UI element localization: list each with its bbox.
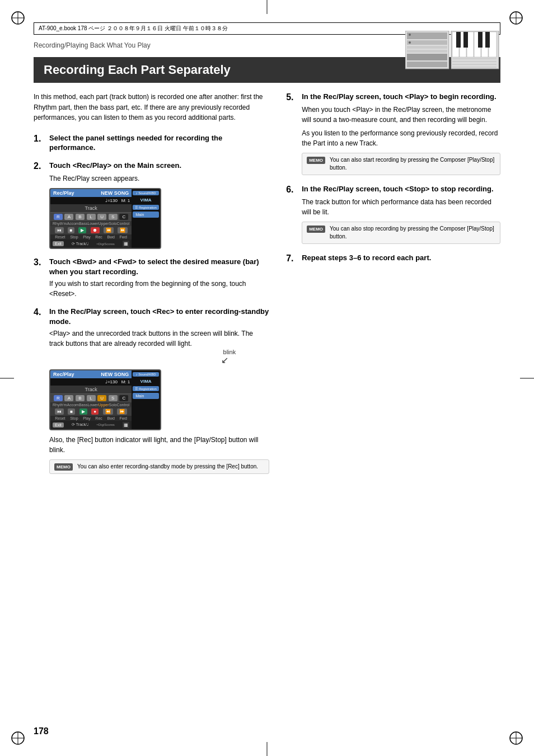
svg-rect-13 — [407, 32, 447, 39]
side-registration-1[interactable]: ☰ Registration — [133, 205, 159, 210]
screen-icon-1: ▦ — [123, 241, 129, 247]
step-6-body: The track button for which performance d… — [302, 197, 500, 217]
btn-c-1[interactable]: C — [119, 214, 128, 220]
side-vima-1[interactable]: VIMA — [133, 197, 159, 203]
memo-2: MEMO You can also stop recording by pres… — [302, 222, 500, 244]
btn-s-1[interactable]: S — [109, 214, 118, 220]
ctrl-play-2[interactable]: ▶ — [79, 408, 87, 415]
lbl-upper-1: Upper — [99, 222, 109, 226]
side-soundkbd-1[interactable]: ♪ Sound/KBD — [133, 191, 159, 195]
svg-rect-14 — [407, 40, 447, 45]
screen-tempo-2: ♩=130 M: 1 — [50, 378, 132, 386]
ctrl-reset-1[interactable]: ⏮ — [55, 227, 64, 233]
step-4-body: <Play> and the unrecorded track buttons … — [49, 328, 269, 349]
trim-left — [0, 378, 14, 378]
btn-b-1[interactable]: B — [76, 214, 85, 220]
screen-icon-2: ▦ — [123, 422, 129, 428]
ctrl-reset-2[interactable]: ⏮ — [55, 408, 64, 415]
btn-s-2[interactable]: S — [109, 395, 118, 401]
screen-label-row-1: Rhyth'm Accom Bass Lower Upper Solo Cont… — [50, 221, 132, 226]
btn-exit-1[interactable]: Exit — [53, 241, 64, 246]
lbl-stop-2: Stop — [70, 416, 78, 420]
step-3-title: Touch <Bwd> and <Fwd> to select the desi… — [49, 257, 269, 276]
ctrl-fwd-2[interactable]: ⏩ — [117, 408, 127, 415]
step-7-number: 7. — [286, 253, 298, 264]
btn-c-2[interactable]: C — [119, 395, 128, 401]
two-col-layout: In this method, each part (track button)… — [34, 92, 500, 482]
step-5-body1: When you touch <Play> in the Rec/Play sc… — [302, 105, 500, 125]
step-3-body: If you wish to start recording from the … — [49, 279, 269, 299]
screen-track-bar-2: Track — [50, 386, 132, 394]
side-main-1[interactable]: Main — [133, 212, 159, 218]
btn-a-1[interactable]: A — [64, 214, 73, 220]
lbl-ctrl-1: Control — [117, 222, 130, 226]
step-6-title: In the Rec/Play screen, touch <Stop> to … — [302, 184, 493, 194]
screen-recplay-label-2: Rec/Play — [53, 372, 74, 377]
side-main-2[interactable]: Main — [133, 393, 159, 399]
side-vima-2[interactable]: VIMA — [133, 378, 159, 384]
screen-inner-2: Rec/Play NEW SONG ♩=130 M: 1 Track R A B… — [50, 370, 160, 429]
screen-mockup-2: Rec/Play NEW SONG ♩=130 M: 1 Track R A B… — [49, 369, 161, 430]
ctrl-rec-dot-2[interactable]: ● — [91, 408, 99, 415]
ctrl-stop-2[interactable]: ■ — [68, 408, 75, 415]
screen-inner-1: Rec/Play NEW SONG ♩=130 M: 1 Track R A B… — [50, 189, 160, 248]
lbl-rec-2: Rec — [95, 416, 102, 420]
screen-label-row-2: Rhyth'm Accom Bass Lower Upper Solo Cont… — [50, 402, 132, 407]
screen-main-2: Rec/Play NEW SONG ♩=130 M: 1 Track R A B… — [50, 370, 132, 429]
lbl-upper-2: Upper — [99, 403, 109, 407]
screen-title-bar-2: Rec/Play NEW SONG — [50, 370, 132, 378]
btn-exit-2[interactable]: Exit — [53, 422, 64, 428]
screen-right-panel-2: ♪ Sound/KBD VIMA ☰ Registration Main — [132, 370, 160, 429]
step-5-header: 5. In the Rec/Play screen, touch <Play> … — [286, 92, 500, 102]
step-1: 1. Select the panel settings needed for … — [34, 133, 269, 153]
ctrl-play-1[interactable]: ▶ — [78, 227, 86, 233]
ctrl-stop-1[interactable]: ■ — [68, 227, 75, 233]
trim-top — [267, 0, 268, 14]
corner-br — [508, 730, 524, 746]
btn-u-blink-2[interactable]: U — [97, 395, 106, 401]
ctrl-rec-1[interactable]: ⏺ — [91, 227, 100, 233]
step-2-title: Touch <Rec/Play> on the Main screen. — [49, 161, 181, 171]
lbl-bass-1: Bass — [79, 222, 88, 226]
step-5-number: 5. — [286, 92, 298, 102]
step-6: 6. In the Rec/Play screen, touch <Stop> … — [286, 184, 500, 244]
lbl-solo-1: Solo — [109, 222, 117, 226]
btn-u-1[interactable]: U — [97, 214, 106, 220]
step-1-title: Select the panel settings needed for rec… — [49, 133, 269, 153]
svg-rect-17 — [407, 54, 447, 60]
screen-recplay-label-1: Rec/Play — [53, 190, 74, 196]
screen-controls-2: ⏮ ■ ▶ ● ⏪ ⏩ — [50, 407, 132, 416]
svg-point-19 — [409, 34, 411, 36]
lbl-lower-1: Lower — [87, 222, 98, 226]
screen-controls-1: ⏮ ■ ▶ ⏺ ⏪ ⏩ — [50, 226, 132, 234]
btn-b-2[interactable]: B — [76, 395, 85, 401]
step-5-title: In the Rec/Play screen, touch <Play> to … — [302, 92, 496, 102]
page-number: 178 — [34, 726, 49, 736]
memo-1: MEMO You can also start recording by pre… — [302, 153, 500, 175]
step-5-body2: As you listen to the performance song pr… — [302, 128, 500, 148]
ctrl-bwd-2[interactable]: ⏪ — [103, 408, 113, 415]
btn-r-1[interactable]: R — [54, 214, 63, 220]
btn-a-2[interactable]: A — [64, 395, 73, 401]
btn-r-2[interactable]: R — [54, 395, 63, 401]
ctrl-bwd-1[interactable]: ⏪ — [104, 227, 114, 233]
lbl-fwd-1: Fwd — [120, 235, 127, 239]
side-soundkbd-2[interactable]: ♪ Sound/KBD — [133, 372, 159, 377]
trim-bottom — [267, 742, 268, 756]
screen-newsong-label-2: NEW SONG — [101, 372, 129, 377]
lbl-lower-2: Lower — [87, 403, 98, 407]
lbl-rhythm-2: Rhyth'm — [53, 403, 67, 407]
btn-l-2[interactable]: L — [87, 395, 96, 401]
lbl-ctrl-2: Control — [117, 403, 130, 407]
ctrl-fwd-1[interactable]: ⏩ — [118, 227, 128, 233]
step-4-header: 4. In the Rec/Play screen, touch <Rec> t… — [34, 307, 269, 326]
step-2-body: The Rec/Play screen appears. — [49, 173, 269, 184]
blink-section: blink ↙ — [49, 349, 269, 364]
btn-l-1[interactable]: L — [87, 214, 96, 220]
step-7-header: 7. Repeat steps 3–6 to record each part. — [286, 253, 500, 264]
screen-digiscores-1: =DigiScores — [96, 242, 115, 246]
step-1-header: 1. Select the panel settings needed for … — [34, 133, 269, 153]
corner-tl — [10, 10, 26, 26]
side-registration-2[interactable]: ☰ Registration — [133, 386, 159, 391]
left-column: In this method, each part (track button)… — [34, 92, 269, 482]
